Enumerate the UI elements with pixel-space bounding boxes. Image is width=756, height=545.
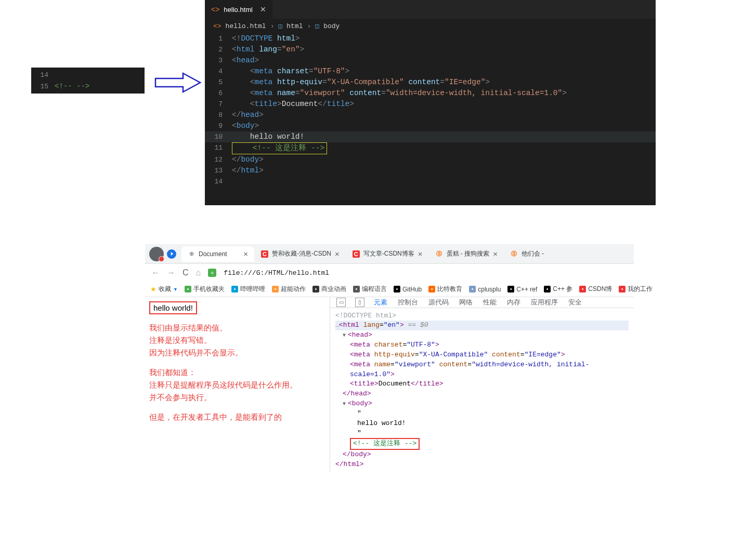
- star-icon: ★: [150, 285, 157, 293]
- dom-tree-line[interactable]: </body>: [335, 450, 629, 460]
- devtools-tab[interactable]: 源代码: [428, 298, 449, 307]
- code-text: <meta http-equiv="X-UA-Compatible" conte…: [232, 77, 656, 88]
- nav-indicator-icon[interactable]: [167, 249, 176, 259]
- bookmark-item[interactable]: •编程语言: [353, 285, 387, 294]
- close-icon[interactable]: ×: [243, 249, 248, 258]
- close-icon[interactable]: ×: [493, 249, 498, 258]
- home-button[interactable]: ⌂: [196, 268, 201, 277]
- line-number: 3: [205, 55, 232, 66]
- line-number: 1: [205, 33, 232, 44]
- bookmark-item[interactable]: •GitHub: [394, 285, 422, 294]
- page-viewport: hello world! 我们由显示结果的值。注释是没有写错。因为注释代码并不会…: [145, 297, 330, 473]
- dom-tree-line[interactable]: hello world!: [335, 419, 629, 429]
- dom-tree-line[interactable]: …<html lang="en"> == $0: [335, 321, 629, 330]
- tab-title: 他们会 -: [522, 249, 544, 258]
- close-icon[interactable]: ×: [335, 249, 340, 258]
- elements-tree[interactable]: <!DOCTYPE html>…<html lang="en"> == $0▼<…: [330, 308, 634, 473]
- bookmark-item[interactable]: •cplusplu: [469, 285, 501, 294]
- bookmark-icon: •: [544, 286, 551, 293]
- profile-avatar[interactable]: [149, 247, 164, 261]
- chevron-down-icon: ▼: [173, 287, 178, 292]
- line-number: 14: [31, 71, 55, 79]
- code-text: </body>: [232, 154, 656, 165]
- close-icon[interactable]: ×: [418, 249, 423, 258]
- code-text: <title>Document</title>: [232, 99, 656, 110]
- dom-tree-line[interactable]: <!DOCTYPE html>: [335, 311, 629, 321]
- browser-tab[interactable]: C赞和收藏-消息-CSDN×: [255, 246, 346, 262]
- breadcrumb-file: hello.html: [226, 22, 266, 30]
- code-area[interactable]: 1<!DOCTYPE html>2<html lang="en">3<head>…: [205, 33, 656, 187]
- code-text: [232, 176, 656, 187]
- bookmark-item[interactable]: •比特教育: [428, 285, 462, 294]
- editor-tab[interactable]: <> hello.html ✕: [205, 0, 272, 19]
- line-number: 10: [205, 131, 232, 142]
- devtools-tab[interactable]: 应用程序: [531, 298, 558, 307]
- bookmark-label: C++ 参: [553, 285, 572, 294]
- reload-button[interactable]: C: [183, 268, 189, 277]
- chevron-right-icon: ›: [307, 22, 311, 30]
- line-number: 14: [205, 176, 232, 187]
- dom-tree-line[interactable]: </html>: [335, 460, 629, 470]
- back-button[interactable]: ←: [151, 268, 160, 277]
- bookmark-item[interactable]: •C++ 参: [544, 285, 572, 294]
- devtools-panel: ▭ ▯ 元素控制台源代码网络性能内存应用程序安全 <!DOCTYPE html>…: [330, 297, 634, 473]
- bookmark-item[interactable]: •CSDN博: [579, 285, 612, 294]
- devtools-tab[interactable]: 安全: [568, 298, 582, 307]
- annotation-text: 我们由显示结果的值。注释是没有写错。因为注释代码并不会显示。: [149, 322, 325, 359]
- device-icon[interactable]: ▯: [355, 298, 364, 307]
- bookmark-item[interactable]: •手机收藏夹: [185, 285, 225, 294]
- line-number: 5: [205, 77, 232, 88]
- bookmark-icon: •: [428, 286, 435, 293]
- bookmark-icon: •: [469, 286, 476, 293]
- dom-tree-line[interactable]: ▼<body>: [335, 399, 629, 409]
- devtools-tab[interactable]: 内存: [507, 298, 520, 307]
- breadcrumb-node: html: [286, 22, 303, 30]
- dom-tree-line[interactable]: <title>Document</title>: [335, 379, 629, 389]
- devtools-tab[interactable]: 网络: [459, 298, 473, 307]
- cube-icon: ◫: [315, 22, 319, 30]
- line-number: 2: [205, 44, 232, 55]
- bookmark-item[interactable]: •C++ ref: [507, 285, 537, 294]
- browser-tab[interactable]: C写文章-CSDN博客×: [346, 246, 429, 262]
- devtools-tab[interactable]: 性能: [483, 298, 497, 307]
- bookmark-item[interactable]: •我的工作: [619, 285, 653, 294]
- browser-tab[interactable]: Ⓢ他们会 -: [504, 246, 550, 262]
- browser-tab[interactable]: ⊕Document×: [181, 246, 254, 262]
- dom-tree-line[interactable]: <meta http-equiv="X-UA-Compatible" conte…: [335, 350, 629, 360]
- browser-tab[interactable]: Ⓢ蛋糕 - 搜狗搜索×: [429, 246, 504, 262]
- line-number: 4: [205, 66, 232, 77]
- forward-button[interactable]: →: [167, 268, 175, 277]
- dom-tree-line[interactable]: ": [335, 409, 629, 419]
- tab-title: Document: [199, 250, 240, 258]
- close-icon[interactable]: ✕: [260, 5, 266, 14]
- bookmarks-menu[interactable]: ★收藏 ▼: [150, 285, 178, 294]
- inspect-icon[interactable]: ▭: [336, 298, 346, 307]
- dom-tree-line[interactable]: <meta name="viewport" content="width=dev…: [335, 360, 629, 380]
- bookmark-icon: •: [619, 286, 625, 293]
- bookmark-item[interactable]: •哔哩哔哩: [231, 285, 265, 294]
- secure-icon[interactable]: +: [208, 269, 216, 277]
- breadcrumb[interactable]: <> hello.html › ◫ html › ◫ body: [205, 19, 656, 33]
- code-text: <html lang="en">: [232, 44, 656, 55]
- bookmark-label: cplusplu: [478, 286, 501, 293]
- bookmark-item[interactable]: •超能动作: [272, 285, 306, 294]
- bookmarks-bar: ★收藏 ▼ •手机收藏夹•哔哩哔哩•超能动作•商业动画•编程语言•GitHub•…: [145, 282, 634, 297]
- code-text: <meta charset="UTF-8">: [232, 66, 656, 77]
- vscode-tabbar: <> hello.html ✕: [205, 0, 656, 19]
- dom-tree-line[interactable]: ": [335, 429, 629, 438]
- dom-tree-line[interactable]: ▼<head>: [335, 330, 629, 340]
- url-bar[interactable]: file:///G:/HTML/hello.html: [224, 269, 329, 277]
- bookmark-icon: •: [272, 286, 279, 293]
- page-output-highlight: hello world!: [149, 301, 197, 314]
- bookmark-item[interactable]: •商业动画: [312, 285, 346, 294]
- bookmark-icon: •: [185, 286, 191, 293]
- dom-tree-line[interactable]: </head>: [335, 389, 629, 399]
- dom-tree-line[interactable]: <!-- 这是注释 -->: [335, 438, 629, 450]
- line-number: 15: [31, 83, 55, 90]
- bookmark-icon: •: [231, 286, 238, 293]
- bookmark-icon: •: [579, 286, 586, 293]
- bookmark-label: 我的工作: [628, 285, 653, 294]
- bookmark-label: 商业动画: [321, 285, 346, 294]
- dom-tree-line[interactable]: <meta charset="UTF-8">: [335, 340, 629, 350]
- devtools-tab[interactable]: 控制台: [398, 298, 418, 307]
